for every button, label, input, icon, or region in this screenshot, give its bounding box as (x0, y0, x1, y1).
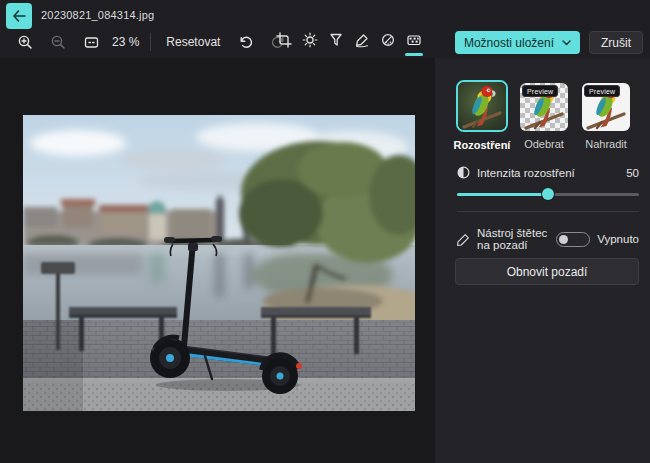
crop-tool-button[interactable] (272, 29, 296, 55)
background-brush-label: Nástroj štětec na pozadí (477, 227, 549, 251)
slider-thumb[interactable] (542, 188, 554, 200)
cancel-button[interactable]: Zrušit (589, 31, 643, 54)
header-bar: 20230821_084314.jpg 23 % Resetovat (0, 0, 650, 58)
mode-blur-thumbnail (456, 80, 508, 132)
blur-intensity-value: 50 (626, 167, 639, 179)
brush-pen-icon (457, 233, 470, 246)
cancel-label: Zrušit (601, 36, 631, 50)
filter-tool-button[interactable] (324, 29, 348, 55)
mode-remove-thumbnail: Preview (520, 83, 568, 131)
parrot-preview-image (458, 82, 506, 130)
edited-photo (23, 115, 415, 411)
background-mode-selector: Rozostření Preview Odebrat (455, 80, 633, 151)
toolbar-separator (150, 33, 151, 51)
undo-button[interactable] (233, 30, 257, 54)
crop-icon (276, 32, 292, 52)
photos-editor-window: 20230821_084314.jpg 23 % Resetovat (0, 0, 650, 463)
save-options-button[interactable]: Možnosti uložení (455, 31, 580, 54)
sun-icon (302, 32, 318, 52)
fit-to-window-button[interactable] (79, 30, 103, 54)
preview-badge: Preview (584, 85, 620, 97)
mode-replace-thumbnail: Preview (582, 83, 630, 131)
file-name: 20230821_084314.jpg (41, 9, 154, 21)
retouch-icon (380, 32, 396, 52)
mode-remove-label: Odebrat (524, 138, 564, 150)
back-button[interactable] (6, 3, 32, 29)
restore-background-label: Obnovit pozadí (507, 265, 588, 279)
blur-intensity-label: Intenzita rozostření (477, 167, 619, 179)
mode-blur[interactable]: Rozostření (455, 80, 509, 151)
mode-remove[interactable]: Preview Odebrat (517, 80, 571, 151)
background-brush-row: Nástroj štětec na pozadí Vypnuto (457, 230, 639, 248)
blur-intensity-row: Intenzita rozostření 50 (457, 166, 639, 179)
zoom-toolbar: 23 % Resetovat (13, 28, 290, 56)
image-canvas[interactable] (0, 58, 435, 463)
chevron-down-icon (562, 40, 571, 46)
mode-replace[interactable]: Preview Nahradit (579, 80, 633, 151)
half-circle-intensity-icon (457, 166, 470, 179)
background-tool-button[interactable] (402, 29, 426, 55)
zoom-level: 23 % (112, 35, 139, 49)
restore-background-button[interactable]: Obnovit pozadí (455, 258, 639, 285)
mode-blur-label: Rozostření (454, 139, 511, 151)
zoom-out-button[interactable] (46, 30, 70, 54)
retouch-tool-button[interactable] (376, 29, 400, 55)
mode-replace-label: Nahradit (585, 138, 627, 150)
edit-tools-toolbar (272, 28, 426, 56)
filter-icon (328, 32, 344, 52)
toggle-state-label: Vypnuto (597, 233, 639, 245)
header-actions: Možnosti uložení Zrušit (455, 31, 643, 54)
back-arrow-icon (12, 10, 26, 22)
zoom-in-button[interactable] (13, 30, 37, 54)
background-checkerboard-icon (406, 32, 422, 52)
panel-divider (457, 211, 639, 212)
markup-tool-button[interactable] (350, 29, 374, 55)
reset-button[interactable]: Resetovat (162, 31, 224, 53)
background-brush-toggle[interactable] (556, 232, 590, 247)
background-panel: Rozostření Preview Odebrat (435, 58, 650, 463)
save-options-label: Možnosti uložení (464, 36, 554, 50)
adjustment-tool-button[interactable] (298, 29, 322, 55)
blur-intensity-slider[interactable] (457, 188, 639, 200)
toggle-knob (559, 235, 568, 244)
pen-icon (354, 32, 370, 52)
slider-fill (457, 193, 548, 196)
preview-badge: Preview (522, 85, 558, 97)
